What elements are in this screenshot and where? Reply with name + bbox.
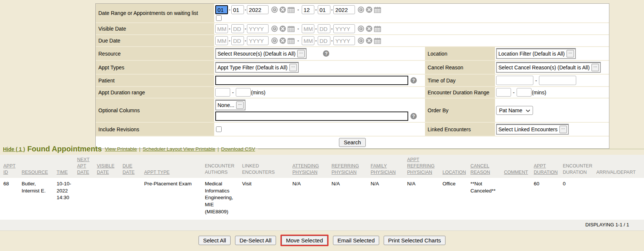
column-header-appt-referring-physician[interactable]: APPT REFERRING PHYSICIAN xyxy=(407,155,442,178)
encounter-duration-max-input[interactable] xyxy=(517,88,532,97)
column-header-resource[interactable]: RESOURCE xyxy=(22,155,57,178)
move-selected-button[interactable]: Move Selected xyxy=(282,236,327,245)
encounter-duration-min-input[interactable] xyxy=(496,88,511,97)
optional-columns-input[interactable] xyxy=(215,112,408,121)
calendar-icon[interactable] xyxy=(288,38,295,44)
appt-duration-max-input[interactable] xyxy=(236,88,251,97)
chevron-down-icon xyxy=(526,107,530,113)
time-of-day-end-input[interactable] xyxy=(539,76,576,85)
email-selected-button[interactable]: Email Selected xyxy=(333,236,379,245)
due-from-year-input[interactable] xyxy=(247,36,269,45)
clock-icon[interactable] xyxy=(358,6,364,13)
clear-date-icon[interactable] xyxy=(366,37,372,44)
column-header-cancel-reason[interactable]: CANCEL REASON xyxy=(470,155,504,178)
download-csv-link[interactable]: Download CSV xyxy=(221,146,255,152)
clear-date-icon[interactable] xyxy=(279,37,286,44)
waiting-list-checkbox[interactable] xyxy=(216,15,222,21)
calendar-icon[interactable] xyxy=(288,7,295,13)
date-to-month-input[interactable] xyxy=(302,5,314,14)
column-header-location[interactable]: LOCATION xyxy=(442,155,470,178)
ellipsis-button[interactable]: ... xyxy=(297,50,305,57)
column-header-due-date[interactable]: DUE DATE xyxy=(123,155,144,178)
clock-icon[interactable] xyxy=(271,37,278,44)
help-icon[interactable]: ? xyxy=(410,113,417,119)
due-from-day-input[interactable] xyxy=(231,36,244,45)
column-header-family-physician[interactable]: FAMILY PHYSICIAN xyxy=(371,155,407,178)
ellipsis-button[interactable]: ... xyxy=(559,126,567,133)
date-to-day-input[interactable] xyxy=(318,5,330,14)
column-header-appt-id[interactable]: APPT ID xyxy=(0,155,22,178)
date-separator: - xyxy=(245,7,247,13)
date-from-day-input[interactable] xyxy=(231,5,244,14)
date-separator: - xyxy=(331,38,333,44)
appt-duration-min-input[interactable] xyxy=(215,88,230,97)
column-header-appt-duration[interactable]: APPT DURATION xyxy=(534,155,563,178)
include-revisions-checkbox[interactable] xyxy=(216,126,222,132)
optional-columns-picker[interactable]: None... ... xyxy=(215,100,245,110)
clock-icon[interactable] xyxy=(271,25,278,32)
time-of-day-start-input[interactable] xyxy=(496,76,533,85)
visible-from-month-input[interactable] xyxy=(215,24,228,33)
visible-from-year-input[interactable] xyxy=(247,24,269,33)
linked-encounters-picker[interactable]: Select Linked Encounters ... xyxy=(496,124,569,135)
calendar-icon[interactable] xyxy=(288,26,295,32)
ellipsis-button[interactable]: ... xyxy=(289,64,297,71)
column-header-next-apt-date[interactable]: NEXT APT DATE xyxy=(77,155,97,178)
due-to-year-input[interactable] xyxy=(333,36,355,45)
column-header-comment[interactable]: COMMENT xyxy=(504,155,534,178)
clock-icon[interactable] xyxy=(358,25,364,32)
cell-encounter-duration: 0 xyxy=(563,178,596,220)
column-header-attending-physician[interactable]: ATTENDING PHYSICIAN xyxy=(292,155,331,178)
view-printable-link[interactable]: View Printable xyxy=(105,146,137,152)
calendar-icon[interactable] xyxy=(374,26,381,32)
clear-date-icon[interactable] xyxy=(366,25,372,32)
clock-icon[interactable] xyxy=(358,37,364,44)
hide-results-link[interactable]: Hide ( 1 ) xyxy=(3,146,25,152)
date-separator: - xyxy=(245,26,247,32)
column-header-appt-type[interactable]: APPT TYPE xyxy=(144,155,205,178)
order-by-select[interactable]: Pat Name xyxy=(496,106,533,115)
date-separator: - xyxy=(229,26,231,32)
visible-to-day-input[interactable] xyxy=(318,24,330,33)
visible-from-day-input[interactable] xyxy=(231,24,244,33)
clear-date-icon[interactable] xyxy=(279,25,286,32)
column-header-referring-physician[interactable]: REFERRING PHYSICIAN xyxy=(331,155,371,178)
patient-input[interactable] xyxy=(215,76,408,85)
appt-type-picker-value: Appt Type Filter (Default is All) xyxy=(218,65,288,70)
due-from-month-input[interactable] xyxy=(215,36,228,45)
appointment-row[interactable]: 68 Butler, Internist E. 10-10-2022 14:30… xyxy=(0,178,644,220)
select-all-button[interactable]: Select All xyxy=(199,236,231,245)
date-separator: - xyxy=(229,38,231,44)
help-icon[interactable]: ? xyxy=(410,77,417,84)
scheduler-layout-view-printable-link[interactable]: Scheduler Layout View Printable xyxy=(143,146,215,152)
print-selected-charts-button[interactable]: Print Selected Charts xyxy=(384,236,445,245)
clock-icon[interactable] xyxy=(271,6,278,13)
location-picker[interactable]: Location Filter (Default is All) ... xyxy=(496,48,576,59)
deselect-all-button[interactable]: De-Select All xyxy=(235,236,276,245)
ellipsis-button[interactable]: ... xyxy=(567,50,574,57)
visible-to-year-input[interactable] xyxy=(333,24,355,33)
visible-to-month-input[interactable] xyxy=(302,24,314,33)
clear-date-icon[interactable] xyxy=(366,6,372,13)
column-header-time[interactable]: TIME xyxy=(57,155,77,178)
calendar-icon[interactable] xyxy=(374,7,381,13)
ellipsis-button[interactable]: ... xyxy=(591,64,599,71)
resource-picker[interactable]: Select Resource(s) (Default is All) ... xyxy=(215,48,307,59)
date-from-month-input[interactable] xyxy=(215,5,228,14)
date-from-year-input[interactable] xyxy=(247,5,269,14)
help-icon[interactable]: ? xyxy=(323,50,329,57)
clear-date-icon[interactable] xyxy=(279,6,286,13)
due-to-day-input[interactable] xyxy=(318,36,330,45)
cancel-reason-picker[interactable]: Select Cancel Reason(s) (Default is All)… xyxy=(496,62,601,73)
found-appointments-header: Hide ( 1 ) Found Appointments View Print… xyxy=(3,145,644,153)
cell-appt-duration: 60 xyxy=(534,178,563,220)
due-to-month-input[interactable] xyxy=(302,36,314,45)
appt-type-picker[interactable]: Appt Type Filter (Default is All) ... xyxy=(215,62,299,73)
ellipsis-button[interactable]: ... xyxy=(236,101,244,109)
order-by-value: Pat Name xyxy=(499,107,522,113)
cell-family-physician: N/A xyxy=(371,178,407,220)
mins-suffix: (mins) xyxy=(251,90,266,95)
column-header-visible-date[interactable]: VISIBLE DATE xyxy=(97,155,123,178)
date-to-year-input[interactable] xyxy=(333,5,355,14)
calendar-icon[interactable] xyxy=(374,38,381,44)
